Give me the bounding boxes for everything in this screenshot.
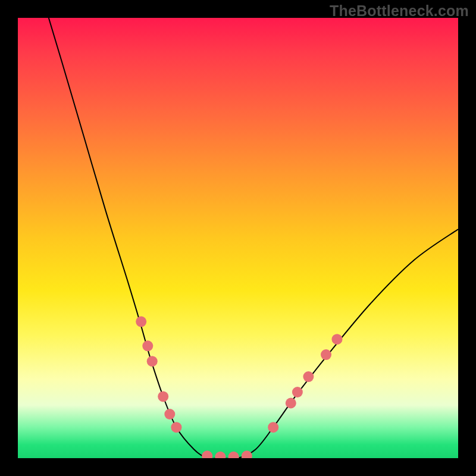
data-marker (215, 452, 226, 458)
data-marker (332, 334, 343, 345)
data-marker (268, 422, 278, 433)
data-marker (286, 398, 296, 409)
data-marker (321, 349, 331, 360)
data-marker (147, 356, 158, 367)
data-markers (136, 317, 342, 458)
plot-area (18, 18, 458, 458)
chart-frame: TheBottleneck.com (0, 0, 476, 476)
data-marker (242, 450, 252, 458)
data-marker (164, 409, 175, 419)
chart-svg (18, 18, 458, 458)
data-marker (202, 450, 212, 458)
data-marker (136, 317, 146, 327)
data-marker (142, 340, 153, 351)
watermark-text: TheBottleneck.com (330, 2, 469, 20)
data-marker (228, 452, 239, 458)
data-marker (292, 387, 303, 397)
data-marker (158, 391, 168, 402)
bottleneck-curve (49, 18, 458, 458)
curve-path (49, 18, 458, 458)
data-marker (171, 422, 181, 433)
data-marker (303, 371, 314, 382)
